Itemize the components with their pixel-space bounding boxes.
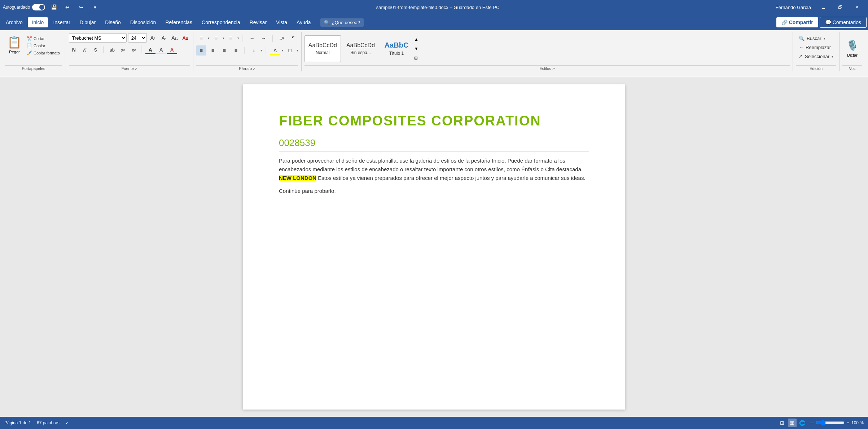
clipboard-sub-buttons: ✂️ Cortar 📄 Copiar 🖌️ Copiar formato [25, 34, 62, 56]
undo-icon[interactable]: ↩ [62, 2, 73, 12]
menu-revisar[interactable]: Revisar [245, 17, 271, 27]
multilevel-button[interactable]: ≡ [226, 33, 236, 43]
autosave-toggle[interactable]: Autoguardado [3, 4, 45, 10]
marks-button[interactable]: ¶ [288, 33, 298, 43]
shading-button[interactable]: A [270, 45, 280, 56]
style-normal[interactable]: AaBbCcDd Normal [304, 35, 341, 62]
bullets-dropdown[interactable]: ▾ [208, 36, 210, 40]
align-left-button[interactable]: ≡ [196, 45, 206, 56]
italic-button[interactable]: K [80, 45, 90, 55]
decrease-indent-button[interactable]: ← [247, 33, 257, 43]
dictar-button[interactable]: 🎙️ Dictar [842, 35, 862, 62]
menu-correspondencia[interactable]: Correspondencia [197, 17, 245, 27]
zoom-in-icon[interactable]: + [847, 420, 849, 425]
document-paragraph-1: Para poder aprovechar el diseño de esta … [279, 156, 589, 182]
line-spacing-dropdown[interactable]: ▾ [260, 49, 262, 52]
increase-indent-button[interactable]: → [259, 33, 269, 43]
print-layout-button[interactable]: ▦ [788, 419, 797, 427]
copy-button[interactable]: 📄 Copiar [25, 43, 62, 49]
border-dropdown[interactable]: ▾ [297, 49, 298, 52]
text-color-button[interactable]: A [167, 45, 177, 55]
bullets-button[interactable]: ≡ [196, 33, 206, 43]
numbering-dropdown[interactable]: ▾ [223, 36, 224, 40]
subscript-button[interactable]: x2 [118, 45, 128, 55]
select-label: Seleccionar [805, 54, 829, 59]
minimize-button[interactable]: 🗕 [815, 0, 832, 14]
font-case-button[interactable]: Aa [170, 33, 179, 43]
search-small-icon: 🔍 [799, 36, 805, 41]
font-row-1: Trebuchet MS 24 A+ A- Aa A✕ [69, 33, 190, 43]
strikethrough-button[interactable]: ab [107, 45, 117, 55]
comments-button[interactable]: 💬 Comentarios [820, 17, 867, 28]
select-dropdown[interactable]: ▾ [832, 55, 833, 58]
editing-label: Edición [796, 65, 836, 71]
styles-dialog-launcher[interactable]: ↗ [552, 67, 555, 71]
close-button[interactable]: ✕ [849, 0, 865, 14]
sort-button[interactable]: ↕A [277, 33, 287, 43]
read-mode-button[interactable]: ⊞ [778, 419, 786, 427]
customize-icon[interactable]: ▾ [90, 2, 100, 12]
align-right-button[interactable]: ≡ [219, 45, 229, 56]
select-button[interactable]: ↗ Seleccionar ▾ [796, 53, 836, 60]
style-nospace[interactable]: AaBbCcDd Sin espa... [342, 35, 379, 62]
title-bar-right: Fernando García 🗕 🗗 ✕ [776, 0, 865, 14]
search-box[interactable]: 🔍 ¿Qué desea? [320, 18, 364, 27]
page-info: Página 1 de 1 [4, 420, 31, 425]
align-center-button[interactable]: ≡ [208, 45, 218, 56]
menu-inicio[interactable]: Inicio [28, 17, 48, 27]
justify-button[interactable]: ≡ [231, 45, 241, 56]
document-page[interactable]: FIBER COMPOSITES CORPORATION 0028539 Par… [243, 84, 625, 410]
menu-referencias[interactable]: Referencias [161, 17, 197, 27]
cut-button[interactable]: ✂️ Cortar [25, 35, 62, 42]
shading-dropdown[interactable]: ▾ [282, 49, 284, 52]
save-icon[interactable]: 💾 [49, 2, 59, 12]
menu-dibujar[interactable]: Dibujar [75, 17, 100, 27]
web-layout-button[interactable]: 🌐 [798, 419, 807, 427]
styles-up-icon[interactable]: ▲ [414, 37, 418, 42]
autosave-switch[interactable] [32, 4, 45, 10]
share-button[interactable]: 🔗 Compartir [776, 17, 818, 27]
restore-button[interactable]: 🗗 [832, 0, 849, 14]
font-shrink-button[interactable]: A- [159, 33, 168, 43]
menu-ayuda[interactable]: Ayuda [292, 17, 315, 27]
style-title1[interactable]: AaBbC Título 1 [380, 35, 413, 62]
underline-button[interactable]: S [91, 45, 101, 55]
styles-expand-icon[interactable]: ⊞ [414, 56, 418, 61]
menu-insertar[interactable]: Insertar [49, 17, 74, 27]
menu-disposicion[interactable]: Disposición [126, 17, 161, 27]
find-dropdown[interactable]: ▾ [824, 37, 825, 40]
paragraph-dialog-launcher[interactable]: ↗ [253, 67, 255, 71]
replace-label: Reemplazar [806, 45, 831, 50]
multilevel-dropdown[interactable]: ▾ [237, 36, 239, 40]
numbering-button[interactable]: ≡ [211, 33, 221, 43]
styles-down-icon[interactable]: ▼ [414, 46, 418, 51]
cursor-icon: ↗ [799, 54, 803, 59]
font-family-select[interactable]: Trebuchet MS [69, 33, 127, 43]
document-subtitle: 0028539 [279, 137, 589, 151]
body-text-2: Estos estilos ya vienen preparados para … [318, 175, 585, 181]
proofread-icon[interactable]: ✓ [65, 420, 69, 425]
zoom-slider[interactable] [816, 420, 845, 426]
editing-section-top: 🔍 Buscar ▾ ↔ Reemplazar ↗ Seleccionar ▾ [796, 32, 836, 64]
font-size-select[interactable]: 24 [128, 33, 147, 43]
font-color-button[interactable]: A [145, 45, 155, 55]
font-grow-button[interactable]: A+ [148, 33, 158, 43]
menu-archivo[interactable]: Archivo [1, 17, 27, 27]
zoom-out-icon[interactable]: − [811, 420, 814, 425]
font-section-top: Trebuchet MS 24 A+ A- Aa A✕ N K S │ ab [69, 32, 190, 64]
replace-button[interactable]: ↔ Reemplazar [796, 44, 834, 51]
bold-button[interactable]: N [69, 45, 79, 55]
line-spacing-button[interactable]: ↕ [249, 45, 259, 56]
menu-diseno[interactable]: Diseño [101, 17, 125, 27]
border-button[interactable]: □ [285, 45, 295, 56]
format-painter-button[interactable]: 🖌️ Copiar formato [25, 50, 62, 56]
clear-format-button[interactable]: A✕ [181, 33, 190, 43]
superscript-button[interactable]: x2 [129, 45, 139, 55]
find-button[interactable]: 🔍 Buscar ▾ [796, 35, 828, 42]
highlight-button[interactable]: A [156, 45, 166, 55]
redo-icon[interactable]: ↪ [76, 2, 86, 12]
font-dialog-launcher[interactable]: ↗ [135, 67, 137, 71]
menu-vista[interactable]: Vista [272, 17, 291, 27]
paste-button[interactable]: 📋 Pegar [5, 34, 24, 56]
styles-scroll[interactable]: ▲ ▼ ⊞ [414, 35, 418, 62]
